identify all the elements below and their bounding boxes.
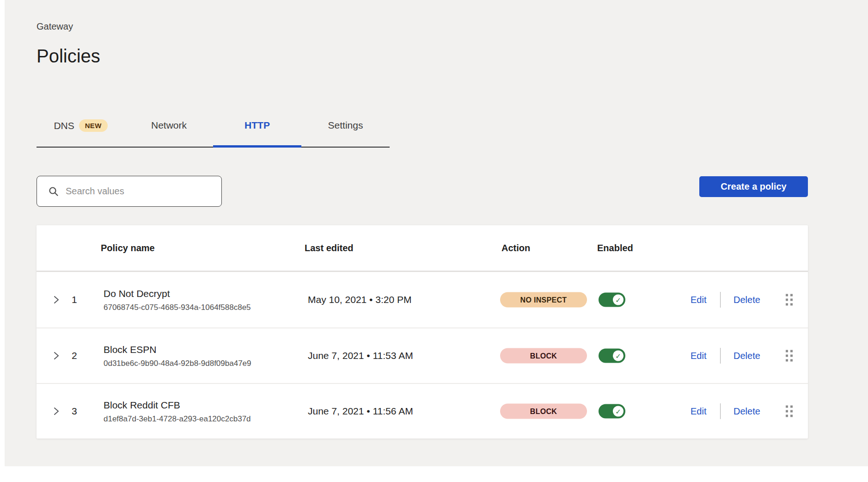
table-header-row: Policy name Last edited Action Enabled	[37, 225, 808, 272]
toolbar: Create a policy	[37, 176, 808, 207]
column-header-policy-name: Policy name	[101, 243, 155, 253]
delete-link[interactable]: Delete	[734, 406, 760, 417]
page-title: Policies	[37, 45, 808, 67]
search-input[interactable]	[66, 186, 213, 197]
enabled-toggle[interactable]: ✓	[599, 293, 625, 307]
policy-name: Do Not Decrypt	[104, 288, 251, 300]
policy-uuid: d1ef8a7d-3eb1-4728-a293-ea120c2cb37d	[104, 414, 251, 424]
expand-row-button[interactable]	[53, 350, 60, 361]
policy-name: Block Reddit CFB	[104, 399, 251, 411]
breadcrumb: Gateway	[37, 21, 808, 32]
last-edited-cell: June 7, 2021 • 11:56 AM	[308, 406, 413, 417]
tab-network-label: Network	[151, 120, 187, 130]
delete-link[interactable]: Delete	[734, 351, 760, 361]
expand-row-button[interactable]	[53, 406, 60, 417]
toggle-check-icon: ✓	[613, 406, 623, 417]
delete-link[interactable]: Delete	[734, 295, 760, 305]
bottom-edge-strip	[0, 466, 868, 482]
expand-row-button[interactable]	[53, 294, 60, 305]
edit-link[interactable]: Edit	[691, 351, 706, 361]
policy-name: Block ESPN	[104, 344, 251, 356]
action-divider	[720, 348, 721, 364]
last-edited-cell: June 7, 2021 • 11:53 AM	[308, 350, 413, 361]
toggle-check-icon: ✓	[613, 351, 623, 361]
active-tab-indicator	[213, 145, 301, 148]
drag-handle-icon[interactable]	[786, 294, 793, 306]
policy-uuid: 0d31be6c-9b90-48a4-92b8-9d8f09ba47e9	[104, 358, 251, 368]
tab-dns[interactable]: DNS NEW	[37, 119, 125, 147]
chevron-right-icon	[53, 350, 60, 361]
tab-settings-label: Settings	[328, 120, 363, 130]
create-policy-button[interactable]: Create a policy	[699, 176, 808, 197]
last-edited-cell: May 10, 2021 • 3:20 PM	[308, 294, 411, 305]
search-box[interactable]	[37, 176, 222, 207]
action-badge: BLOCK	[500, 404, 587, 419]
main-content: Gateway Policies DNS NEW Network HTTP Se…	[37, 21, 808, 439]
left-edge-strip	[0, 0, 5, 482]
chevron-right-icon	[53, 406, 60, 417]
search-icon	[48, 186, 59, 197]
column-header-action: Action	[501, 243, 530, 253]
column-header-last-edited: Last edited	[305, 243, 354, 253]
action-badge: NO INSPECT	[500, 292, 587, 308]
policy-uuid: 67068745-c075-4685-934a-1064f588c8e5	[104, 303, 251, 312]
policy-name-cell: Do Not Decrypt 67068745-c075-4685-934a-1…	[104, 288, 251, 312]
tab-bar: DNS NEW Network HTTP Settings	[37, 119, 390, 148]
enabled-toggle[interactable]: ✓	[599, 349, 625, 363]
policy-name-cell: Block Reddit CFB d1ef8a7d-3eb1-4728-a293…	[104, 399, 251, 424]
enabled-toggle[interactable]: ✓	[599, 404, 625, 419]
tab-settings[interactable]: Settings	[301, 119, 390, 147]
row-priority: 1	[72, 294, 77, 305]
tab-http-label: HTTP	[245, 120, 270, 130]
drag-handle-icon[interactable]	[786, 350, 793, 362]
edit-link[interactable]: Edit	[691, 406, 706, 417]
chevron-right-icon	[53, 294, 60, 305]
tab-dns-label: DNS	[54, 120, 74, 132]
action-divider	[720, 403, 721, 419]
row-priority: 3	[72, 406, 77, 417]
policies-table: Policy name Last edited Action Enabled 1…	[37, 225, 808, 439]
edit-link[interactable]: Edit	[691, 295, 706, 305]
action-divider	[720, 292, 721, 308]
drag-handle-icon[interactable]	[786, 406, 793, 417]
table-row: 1 Do Not Decrypt 67068745-c075-4685-934a…	[37, 272, 808, 328]
tab-network[interactable]: Network	[125, 119, 213, 147]
action-badge: BLOCK	[500, 348, 587, 364]
toggle-check-icon: ✓	[613, 295, 623, 305]
column-header-enabled: Enabled	[597, 243, 633, 253]
tab-http[interactable]: HTTP	[213, 119, 301, 147]
policy-name-cell: Block ESPN 0d31be6c-9b90-48a4-92b8-9d8f0…	[104, 344, 251, 368]
row-priority: 2	[72, 350, 77, 361]
table-row: 2 Block ESPN 0d31be6c-9b90-48a4-92b8-9d8…	[37, 328, 808, 383]
table-row: 3 Block Reddit CFB d1ef8a7d-3eb1-4728-a2…	[37, 383, 808, 439]
new-badge: NEW	[79, 119, 108, 132]
